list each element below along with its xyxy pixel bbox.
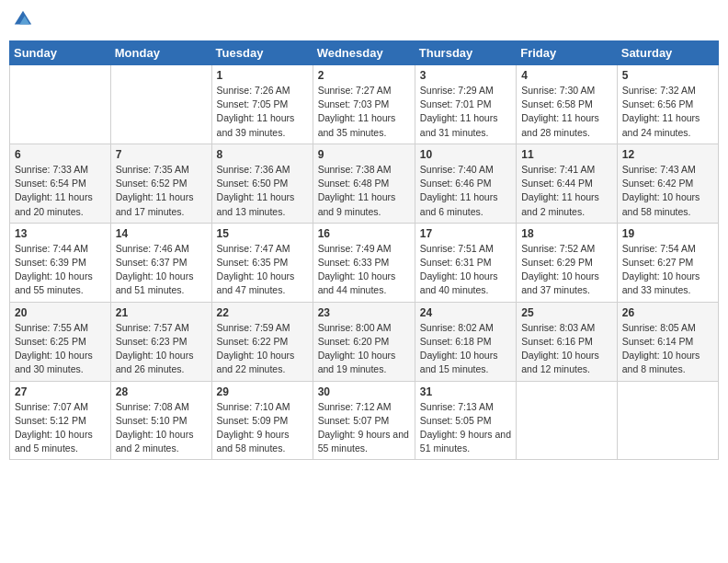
day-info: Sunrise: 7:33 AM Sunset: 6:54 PM Dayligh…: [15, 163, 106, 219]
day-info: Sunrise: 7:55 AM Sunset: 6:25 PM Dayligh…: [15, 321, 106, 377]
calendar-cell: 14Sunrise: 7:46 AM Sunset: 6:37 PM Dayli…: [110, 223, 211, 302]
day-number: 29: [217, 385, 308, 398]
day-number: 5: [622, 69, 713, 82]
day-number: 23: [318, 306, 410, 319]
calendar-week-row: 20Sunrise: 7:55 AM Sunset: 6:25 PM Dayli…: [10, 302, 719, 381]
calendar-table: SundayMondayTuesdayWednesdayThursdayFrid…: [9, 40, 719, 460]
day-number: 1: [217, 69, 308, 82]
day-number: 21: [116, 306, 207, 319]
calendar-cell: 19Sunrise: 7:54 AM Sunset: 6:27 PM Dayli…: [617, 223, 718, 302]
calendar-cell: 12Sunrise: 7:43 AM Sunset: 6:42 PM Dayli…: [617, 144, 718, 223]
calendar-week-row: 13Sunrise: 7:44 AM Sunset: 6:39 PM Dayli…: [10, 223, 719, 302]
day-info: Sunrise: 7:43 AM Sunset: 6:42 PM Dayligh…: [622, 163, 713, 219]
logo-icon: [13, 9, 33, 29]
day-info: Sunrise: 7:35 AM Sunset: 6:52 PM Dayligh…: [116, 163, 207, 219]
calendar-cell: 9Sunrise: 7:38 AM Sunset: 6:48 PM Daylig…: [313, 144, 415, 223]
calendar-cell: 21Sunrise: 7:57 AM Sunset: 6:23 PM Dayli…: [110, 302, 211, 381]
day-number: 22: [217, 306, 308, 319]
day-number: 10: [420, 148, 511, 161]
day-info: Sunrise: 7:32 AM Sunset: 6:56 PM Dayligh…: [622, 84, 713, 140]
day-number: 3: [420, 69, 511, 82]
calendar-cell: 22Sunrise: 7:59 AM Sunset: 6:22 PM Dayli…: [211, 302, 313, 381]
day-info: Sunrise: 7:40 AM Sunset: 6:46 PM Dayligh…: [420, 163, 511, 219]
day-info: Sunrise: 7:51 AM Sunset: 6:31 PM Dayligh…: [420, 242, 511, 298]
calendar-cell: 26Sunrise: 8:05 AM Sunset: 6:14 PM Dayli…: [617, 302, 718, 381]
calendar-cell: 15Sunrise: 7:47 AM Sunset: 6:35 PM Dayli…: [211, 223, 313, 302]
day-info: Sunrise: 7:30 AM Sunset: 6:58 PM Dayligh…: [521, 84, 612, 140]
day-number: 31: [420, 385, 511, 398]
calendar-week-row: 27Sunrise: 7:07 AM Sunset: 5:12 PM Dayli…: [10, 381, 719, 460]
day-number: 13: [15, 227, 106, 240]
day-number: 30: [318, 385, 410, 398]
calendar-cell: 16Sunrise: 7:49 AM Sunset: 6:33 PM Dayli…: [313, 223, 415, 302]
day-info: Sunrise: 7:41 AM Sunset: 6:44 PM Dayligh…: [521, 163, 612, 219]
calendar-cell: 11Sunrise: 7:41 AM Sunset: 6:44 PM Dayli…: [517, 144, 618, 223]
calendar-cell: 4Sunrise: 7:30 AM Sunset: 6:58 PM Daylig…: [517, 65, 618, 144]
calendar-cell: 30Sunrise: 7:12 AM Sunset: 5:07 PM Dayli…: [313, 381, 415, 460]
calendar-cell: 8Sunrise: 7:36 AM Sunset: 6:50 PM Daylig…: [211, 144, 313, 223]
weekday-header-sunday: Sunday: [10, 41, 111, 65]
day-number: 2: [318, 69, 410, 82]
day-info: Sunrise: 7:57 AM Sunset: 6:23 PM Dayligh…: [116, 321, 207, 377]
day-info: Sunrise: 7:49 AM Sunset: 6:33 PM Dayligh…: [318, 242, 410, 298]
day-info: Sunrise: 7:07 AM Sunset: 5:12 PM Dayligh…: [15, 400, 106, 456]
calendar-cell: 25Sunrise: 8:03 AM Sunset: 6:16 PM Dayli…: [517, 302, 618, 381]
day-number: 9: [318, 148, 410, 161]
calendar-cell: 23Sunrise: 8:00 AM Sunset: 6:20 PM Dayli…: [313, 302, 415, 381]
calendar-cell: 5Sunrise: 7:32 AM Sunset: 6:56 PM Daylig…: [617, 65, 718, 144]
day-number: 26: [622, 306, 713, 319]
day-number: 18: [521, 227, 612, 240]
day-number: 12: [622, 148, 713, 161]
day-info: Sunrise: 7:59 AM Sunset: 6:22 PM Dayligh…: [217, 321, 308, 377]
day-info: Sunrise: 7:12 AM Sunset: 5:07 PM Dayligh…: [318, 400, 410, 456]
day-info: Sunrise: 7:08 AM Sunset: 5:10 PM Dayligh…: [116, 400, 207, 456]
calendar-cell: 10Sunrise: 7:40 AM Sunset: 6:46 PM Dayli…: [415, 144, 516, 223]
weekday-header-wednesday: Wednesday: [313, 41, 415, 65]
day-info: Sunrise: 7:13 AM Sunset: 5:05 PM Dayligh…: [420, 400, 511, 456]
day-number: 14: [116, 227, 207, 240]
day-info: Sunrise: 7:29 AM Sunset: 7:01 PM Dayligh…: [420, 84, 511, 140]
weekday-header-row: SundayMondayTuesdayWednesdayThursdayFrid…: [10, 41, 719, 65]
calendar-cell: 2Sunrise: 7:27 AM Sunset: 7:03 PM Daylig…: [313, 65, 415, 144]
weekday-header-tuesday: Tuesday: [211, 41, 313, 65]
calendar-cell: [110, 65, 211, 144]
weekday-header-friday: Friday: [517, 41, 618, 65]
day-number: 8: [217, 148, 308, 161]
day-number: 27: [15, 385, 106, 398]
calendar-cell: 27Sunrise: 7:07 AM Sunset: 5:12 PM Dayli…: [10, 381, 111, 460]
weekday-header-thursday: Thursday: [415, 41, 516, 65]
calendar-cell: 28Sunrise: 7:08 AM Sunset: 5:10 PM Dayli…: [110, 381, 211, 460]
day-number: 25: [521, 306, 612, 319]
day-info: Sunrise: 8:05 AM Sunset: 6:14 PM Dayligh…: [622, 321, 713, 377]
day-info: Sunrise: 7:52 AM Sunset: 6:29 PM Dayligh…: [521, 242, 612, 298]
page-header: [9, 9, 719, 33]
weekday-header-saturday: Saturday: [617, 41, 718, 65]
day-number: 16: [318, 227, 410, 240]
day-number: 11: [521, 148, 612, 161]
day-info: Sunrise: 8:00 AM Sunset: 6:20 PM Dayligh…: [318, 321, 410, 377]
weekday-header-monday: Monday: [110, 41, 211, 65]
calendar-cell: 29Sunrise: 7:10 AM Sunset: 5:09 PM Dayli…: [211, 381, 313, 460]
day-info: Sunrise: 8:02 AM Sunset: 6:18 PM Dayligh…: [420, 321, 511, 377]
calendar-cell: [10, 65, 111, 144]
day-number: 19: [622, 227, 713, 240]
calendar-cell: 3Sunrise: 7:29 AM Sunset: 7:01 PM Daylig…: [415, 65, 516, 144]
day-number: 6: [15, 148, 106, 161]
calendar-cell: 13Sunrise: 7:44 AM Sunset: 6:39 PM Dayli…: [10, 223, 111, 302]
day-info: Sunrise: 7:54 AM Sunset: 6:27 PM Dayligh…: [622, 242, 713, 298]
day-number: 15: [217, 227, 308, 240]
day-number: 17: [420, 227, 511, 240]
calendar-cell: 24Sunrise: 8:02 AM Sunset: 6:18 PM Dayli…: [415, 302, 516, 381]
day-number: 28: [116, 385, 207, 398]
day-info: Sunrise: 8:03 AM Sunset: 6:16 PM Dayligh…: [521, 321, 612, 377]
calendar-cell: [617, 381, 718, 460]
day-info: Sunrise: 7:38 AM Sunset: 6:48 PM Dayligh…: [318, 163, 410, 219]
logo: [13, 9, 35, 33]
day-info: Sunrise: 7:27 AM Sunset: 7:03 PM Dayligh…: [318, 84, 410, 140]
calendar-cell: 20Sunrise: 7:55 AM Sunset: 6:25 PM Dayli…: [10, 302, 111, 381]
calendar-cell: 1Sunrise: 7:26 AM Sunset: 7:05 PM Daylig…: [211, 65, 313, 144]
calendar-cell: 18Sunrise: 7:52 AM Sunset: 6:29 PM Dayli…: [517, 223, 618, 302]
day-info: Sunrise: 7:44 AM Sunset: 6:39 PM Dayligh…: [15, 242, 106, 298]
day-number: 4: [521, 69, 612, 82]
calendar-week-row: 1Sunrise: 7:26 AM Sunset: 7:05 PM Daylig…: [10, 65, 719, 144]
